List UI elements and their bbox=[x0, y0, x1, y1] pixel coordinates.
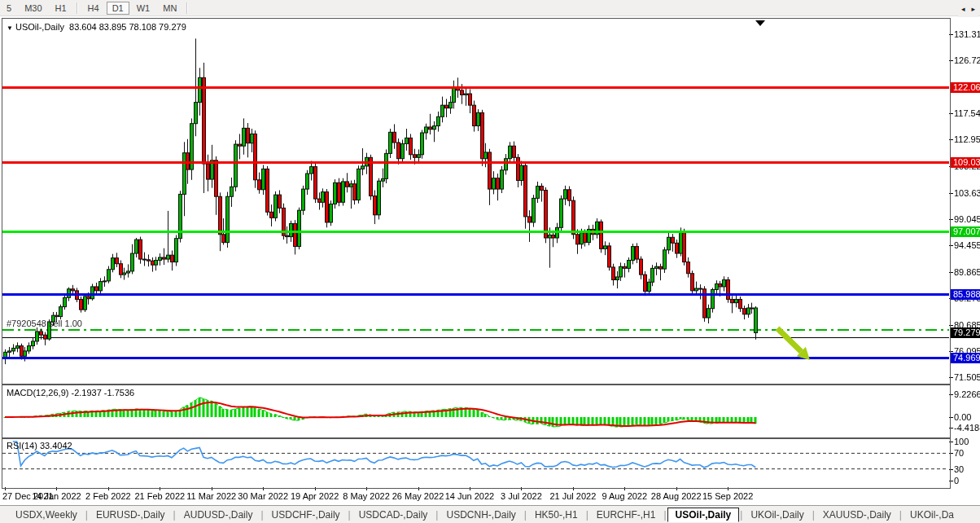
date-axis-label: 19 Apr 2022 bbox=[291, 491, 339, 501]
chart-tab-bar: USDX,Weekly|EURUSD-,Daily|AUDUSD-,Daily|… bbox=[0, 505, 980, 523]
date-axis-label: 14 Jan 2022 bbox=[32, 491, 81, 501]
date-axis-label: 9 Aug 2022 bbox=[602, 491, 647, 501]
level-line-122.06[interactable] bbox=[2, 86, 949, 89]
price-axis-tick: 94.455 bbox=[954, 240, 980, 250]
price-badge-74.969: 74.969 bbox=[951, 353, 980, 363]
sell-signal-arrow[interactable] bbox=[769, 322, 834, 379]
price-badge-97.007: 97.007 bbox=[951, 226, 980, 237]
tab-usdcad-daily[interactable]: USDCAD-,Daily bbox=[352, 508, 435, 521]
price-axis-tick: 126.725 bbox=[954, 55, 980, 65]
timeframe-button-5[interactable]: 5 bbox=[1, 2, 17, 15]
price-axis-tick: 112.955 bbox=[954, 134, 980, 144]
price-badge-79.279: 79.279 bbox=[951, 327, 980, 338]
symbol-dropdown-icon[interactable]: ▼ bbox=[7, 24, 13, 32]
timeframe-button-h4[interactable]: H4 bbox=[82, 2, 105, 15]
date-axis-label: 28 Aug 2022 bbox=[651, 491, 702, 501]
tab-scroll-right-icon[interactable]: ▸ bbox=[971, 5, 975, 13]
tab-ukoil-da[interactable]: UKOil-,Da bbox=[903, 508, 961, 521]
level-line-97.007[interactable] bbox=[2, 231, 949, 233]
date-axis-label: 21 Feb 2022 bbox=[134, 491, 185, 501]
ohlc-values: 83.604 83.895 78.108 79.279 bbox=[69, 22, 186, 32]
timeframe-button-w1[interactable]: W1 bbox=[131, 2, 156, 15]
price-badge-85.988: 85.988 bbox=[951, 289, 980, 300]
date-axis-label: 14 Jun 2022 bbox=[445, 491, 495, 501]
price-axis-tick: 99.045 bbox=[954, 214, 980, 224]
date-axis-label: 8 May 2022 bbox=[343, 491, 389, 501]
price-badge-122.06: 122.06 bbox=[951, 82, 980, 93]
tab-usdchf-daily[interactable]: USDCHF-,Daily bbox=[265, 508, 348, 521]
toolbar-separator bbox=[77, 2, 78, 14]
tab-scroll-left-icon[interactable]: ◂ bbox=[961, 5, 965, 13]
timeframe-button-mn[interactable]: MN bbox=[157, 2, 182, 15]
tab-usdx-weekly[interactable]: USDX,Weekly bbox=[8, 508, 85, 521]
terminal-window: 5M30H1H4D1W1MN ▼ USOil-,Daily 83.604 83.… bbox=[0, 0, 980, 523]
tab-scrollers: ◂ ▸ bbox=[958, 0, 978, 17]
rsi-axis-tick: 0 bbox=[954, 476, 959, 486]
price-badge-109.03: 109.03 bbox=[951, 157, 980, 168]
chart-shift-marker-icon[interactable] bbox=[755, 20, 765, 26]
price-axis-tick: 117.545 bbox=[954, 108, 980, 118]
price-axis-tick: 71.505 bbox=[954, 372, 980, 382]
rsi-axis-tick: 70 bbox=[954, 448, 964, 458]
date-axis-label: 30 Mar 2022 bbox=[238, 491, 288, 501]
timeframe-button-h1[interactable]: H1 bbox=[50, 2, 72, 15]
timeframe-button-m30[interactable]: M30 bbox=[19, 2, 47, 15]
tab-xauusd-daily[interactable]: XAUUSD-,Daily bbox=[816, 508, 899, 521]
price-axis-tick: 131.315 bbox=[954, 29, 980, 39]
price-axis-tick: 103.635 bbox=[954, 188, 980, 198]
date-axis-label: 11 Mar 2022 bbox=[186, 491, 236, 501]
timeframe-toolbar: 5M30H1H4D1W1MN bbox=[0, 0, 980, 16]
tab-ukoil-daily[interactable]: UKOil-,Daily bbox=[743, 508, 811, 521]
level-line-109.03[interactable] bbox=[2, 161, 949, 164]
macd-axis-tick: 0.00 bbox=[954, 412, 971, 422]
symbol-label: USOil-,Daily bbox=[15, 22, 64, 32]
date-axis-label: 21 Jul 2022 bbox=[549, 491, 596, 501]
date-axis-label: 26 May 2022 bbox=[392, 491, 444, 501]
chart-canvas[interactable] bbox=[0, 0, 980, 523]
toolbar-separator bbox=[186, 2, 188, 14]
tab-hk50-h1[interactable]: HK50-,H1 bbox=[527, 508, 585, 521]
tab-usoil-daily[interactable]: USOil-,Daily bbox=[667, 508, 740, 522]
tab-audusd-daily[interactable]: AUDUSD-,Daily bbox=[177, 508, 260, 521]
rsi-axis-tick: 30 bbox=[954, 464, 964, 474]
tab-eurchf-h1[interactable]: EURCHF-,H1 bbox=[589, 508, 663, 521]
level-line-85.988[interactable] bbox=[2, 293, 949, 296]
open-position-label: #7920548 sell 1.00 bbox=[7, 319, 82, 328]
date-axis-label: 3 Jul 2022 bbox=[501, 491, 542, 501]
price-axis-tick: 89.865 bbox=[954, 267, 980, 277]
rsi-indicator-label: RSI(14) 33.4042 bbox=[7, 441, 72, 450]
macd-axis-tick: -4.4188 bbox=[954, 423, 980, 433]
tab-usdcnh-daily[interactable]: USDCNH-,Daily bbox=[439, 508, 523, 521]
macd-axis-tick: 9.2266 bbox=[954, 389, 980, 399]
date-axis-label: 2 Feb 2022 bbox=[85, 491, 131, 501]
timeframe-button-d1[interactable]: D1 bbox=[107, 2, 129, 15]
chart-title: ▼ USOil-,Daily 83.604 83.895 78.108 79.2… bbox=[7, 22, 186, 32]
tab-eurusd-daily[interactable]: EURUSD-,Daily bbox=[89, 508, 173, 521]
date-axis-label: 15 Sep 2022 bbox=[702, 491, 753, 501]
macd-indicator-label: MACD(12,26,9) -2.1937 -1.7536 bbox=[7, 388, 134, 398]
rsi-axis-tick: 100 bbox=[954, 437, 969, 446]
